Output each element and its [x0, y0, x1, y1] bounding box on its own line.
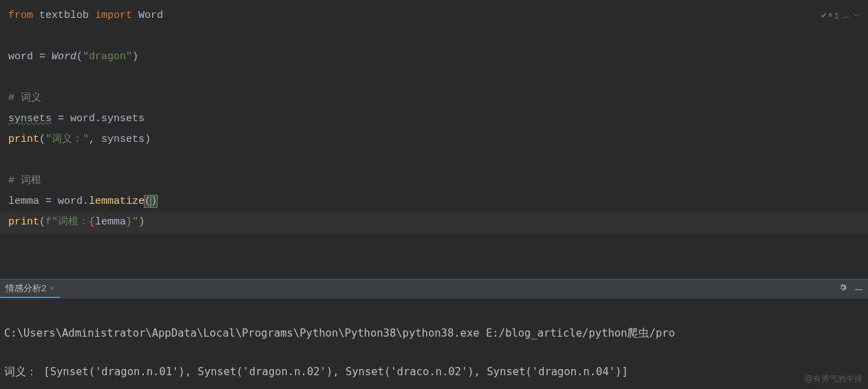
string: "词义：" [45, 134, 89, 145]
code-line[interactable]: lemma = word.lemmatize() [8, 191, 860, 212]
variable: synsets [8, 113, 52, 125]
keyword: from [8, 10, 33, 21]
chevron-up-icon[interactable]: ︿ [842, 6, 850, 27]
code-editor[interactable]: ✔⚠ 1 ︿ ﹀ from textblob import Word word … [0, 0, 868, 279]
paren: ) [132, 51, 138, 63]
variable: lemma [8, 196, 39, 207]
module-name: textblob [39, 10, 89, 21]
code-line[interactable] [8, 233, 860, 253]
string: " [132, 216, 138, 228]
code-line[interactable]: synsets = word.synsets [8, 109, 860, 129]
chevron-down-icon[interactable]: ﹀ [853, 6, 861, 27]
run-tab-bar: 情感分析2 × — [0, 280, 868, 299]
variable: word [8, 51, 33, 63]
check-icon: ✔⚠ [821, 6, 831, 27]
paren: ( [39, 134, 45, 145]
console-line: C:\Users\Administrator\AppData\Local\Pro… [4, 324, 864, 343]
builtin: print [8, 216, 39, 228]
minimize-icon[interactable]: — [855, 286, 862, 293]
code-line[interactable] [8, 26, 860, 47]
code-line[interactable]: word = Word("dragon") [8, 47, 860, 67]
brace: } [126, 216, 132, 228]
problems-count: 1 [834, 6, 839, 27]
expression: lemma [95, 216, 126, 228]
inspection-widget[interactable]: ✔⚠ 1 ︿ ﹀ [821, 6, 861, 27]
paren: ) [145, 134, 151, 145]
code-line-active[interactable]: print(f"词根：{lemma}") [0, 212, 868, 233]
watermark: @有勇气的牛排 [805, 373, 862, 385]
paren: ) [151, 196, 157, 207]
brace: { [89, 216, 95, 228]
paren: ( [76, 51, 83, 63]
comment: # 词根 [8, 175, 41, 187]
code-line[interactable] [8, 67, 860, 88]
run-tool-window: 情感分析2 × — C:\Users\Administrator\AppData… [0, 279, 868, 389]
attribute: synsets [101, 113, 145, 125]
paren: ( [145, 196, 151, 207]
code-line[interactable]: print("词义：", synsets) [8, 129, 860, 150]
call: Word [52, 51, 76, 63]
class-name: Word [138, 10, 163, 21]
operator: = [33, 51, 52, 63]
keyword: import [95, 10, 132, 21]
gear-icon[interactable] [838, 282, 848, 295]
string: "dragon" [83, 51, 132, 63]
operator: = [52, 113, 70, 125]
paren: ) [138, 216, 145, 228]
run-tab-active[interactable]: 情感分析2 × [0, 280, 60, 298]
object: word. [58, 196, 89, 207]
fstring-prefix: f [45, 216, 52, 228]
code-line[interactable] [8, 150, 860, 171]
code-line[interactable]: # 词义 [8, 88, 860, 109]
console-output[interactable]: C:\Users\Administrator\AppData\Local\Pro… [0, 299, 868, 389]
code-line[interactable]: # 词根 [8, 171, 860, 191]
code-line[interactable]: from textblob import Word [8, 6, 860, 26]
builtin: print [8, 134, 39, 145]
comma: , [89, 134, 101, 145]
method: lemmatize [89, 196, 145, 207]
paren: ( [39, 216, 45, 228]
run-tab-label: 情感分析2 [6, 282, 46, 295]
object: word. [70, 113, 101, 125]
argument: synsets [101, 134, 145, 145]
console-line: 词义： [Synset('dragon.n.01'), Synset('drag… [4, 362, 864, 381]
close-icon[interactable]: × [50, 284, 54, 293]
comment: # 词义 [8, 92, 41, 104]
string: "词根： [52, 216, 89, 228]
operator: = [39, 196, 58, 207]
